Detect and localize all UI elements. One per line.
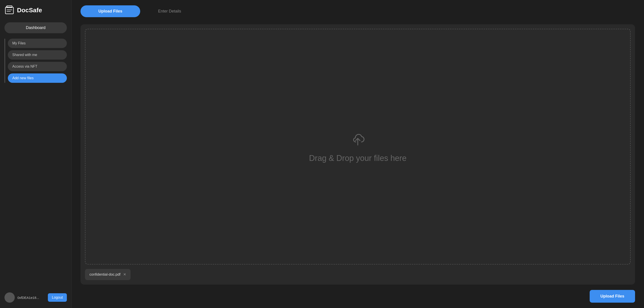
logout-button[interactable]: Logout bbox=[48, 293, 67, 302]
tab-enter-details[interactable]: Enter Details bbox=[149, 5, 190, 17]
avatar bbox=[4, 292, 15, 303]
file-name: confidential-doc.pdf bbox=[90, 273, 120, 277]
file-chips-area: confidential-doc.pdf ✕ bbox=[85, 269, 630, 280]
sidebar-bottom: 0xfDEA1e18... Logout bbox=[4, 292, 67, 303]
svg-rect-4 bbox=[6, 6, 8, 8]
docsafe-logo-icon bbox=[4, 5, 14, 15]
logo-text: DocSafe bbox=[17, 7, 42, 14]
upload-files-button[interactable]: Upload Files bbox=[590, 290, 635, 303]
nav-items: My Files Shared with me Access via NFT A… bbox=[8, 39, 67, 83]
nav-section: My Files Shared with me Access via NFT A… bbox=[4, 39, 67, 83]
sidebar-item-access-via-nft[interactable]: Access via NFT bbox=[8, 62, 67, 71]
nav-divider bbox=[4, 39, 5, 83]
drop-zone-text: Drag & Drop your files here bbox=[309, 154, 406, 163]
drop-zone-container: Drag & Drop your files here confidential… bbox=[80, 24, 635, 285]
bottom-action: Upload Files bbox=[80, 290, 635, 303]
main-content: Upload Files Enter Details Drag & Drop y… bbox=[72, 0, 644, 308]
sidebar-item-shared-with-me[interactable]: Shared with me bbox=[8, 50, 67, 60]
logo-area: DocSafe bbox=[4, 5, 67, 15]
wallet-address: 0xfDEA1e18... bbox=[18, 296, 45, 300]
file-chip: confidential-doc.pdf ✕ bbox=[85, 269, 130, 280]
drop-zone[interactable]: Drag & Drop your files here bbox=[85, 29, 630, 265]
file-chip-remove-button[interactable]: ✕ bbox=[123, 273, 126, 276]
sidebar: DocSafe Dashboard My Files Shared with m… bbox=[0, 0, 72, 308]
sidebar-item-my-files[interactable]: My Files bbox=[8, 39, 67, 48]
svg-rect-0 bbox=[5, 7, 14, 14]
header-tabs: Upload Files Enter Details bbox=[80, 5, 635, 17]
sidebar-item-add-new-files[interactable]: Add new files bbox=[8, 73, 67, 83]
cloud-upload-icon bbox=[349, 130, 367, 149]
tab-upload-files[interactable]: Upload Files bbox=[80, 5, 140, 17]
dashboard-button[interactable]: Dashboard bbox=[4, 22, 67, 33]
